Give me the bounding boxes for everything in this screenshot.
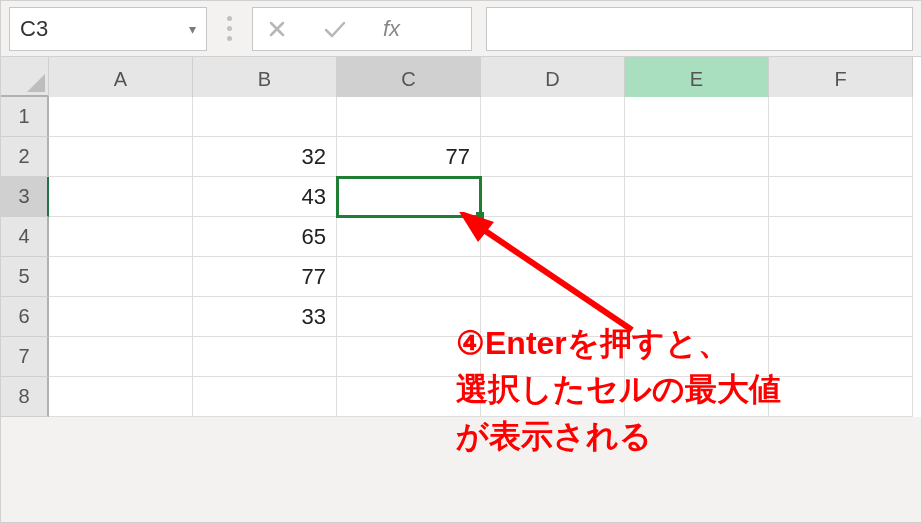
cell-d8[interactable] <box>481 377 625 417</box>
cell-a8[interactable] <box>49 377 193 417</box>
cancel-icon[interactable] <box>267 19 287 39</box>
cell-c4[interactable] <box>337 217 481 257</box>
cell-b6[interactable]: 33 <box>193 297 337 337</box>
cell-d5[interactable] <box>481 257 625 297</box>
cell-e3[interactable] <box>625 177 769 217</box>
cell-c5[interactable] <box>337 257 481 297</box>
cell-f7[interactable] <box>769 337 913 377</box>
cell-d3[interactable] <box>481 177 625 217</box>
cell-a5[interactable] <box>49 257 193 297</box>
cell-b4[interactable]: 65 <box>193 217 337 257</box>
select-all-corner[interactable] <box>1 57 49 97</box>
cell-f6[interactable] <box>769 297 913 337</box>
row-header-6[interactable]: 6 <box>1 297 49 337</box>
row-header-7[interactable]: 7 <box>1 337 49 377</box>
cell-a7[interactable] <box>49 337 193 377</box>
formula-bar: C3 ▾ fx <box>1 1 921 57</box>
formula-bar-controls: fx <box>252 7 472 51</box>
cell-b5[interactable]: 77 <box>193 257 337 297</box>
cell-e7[interactable] <box>625 337 769 377</box>
name-box-dropdown-icon[interactable]: ▾ <box>189 21 196 37</box>
cell-b7[interactable] <box>193 337 337 377</box>
cell-e5[interactable] <box>625 257 769 297</box>
cell-b8[interactable] <box>193 377 337 417</box>
spreadsheet-grid[interactable]: ABCDEF12327734346557763378 <box>1 57 921 417</box>
row-header-4[interactable]: 4 <box>1 217 49 257</box>
cell-e8[interactable] <box>625 377 769 417</box>
cell-f2[interactable] <box>769 137 913 177</box>
cell-b2[interactable]: 32 <box>193 137 337 177</box>
cell-a6[interactable] <box>49 297 193 337</box>
row-header-1[interactable]: 1 <box>1 97 49 137</box>
cell-a3[interactable] <box>49 177 193 217</box>
cell-b1[interactable] <box>193 97 337 137</box>
cell-a2[interactable] <box>49 137 193 177</box>
cell-e4[interactable] <box>625 217 769 257</box>
cell-f4[interactable] <box>769 217 913 257</box>
cell-c2[interactable]: 77 <box>337 137 481 177</box>
cell-c1[interactable] <box>337 97 481 137</box>
cell-c3[interactable] <box>337 177 481 217</box>
cell-c7[interactable] <box>337 337 481 377</box>
cell-d6[interactable] <box>481 297 625 337</box>
cell-e1[interactable] <box>625 97 769 137</box>
fx-icon[interactable]: fx <box>383 16 400 42</box>
cell-c6[interactable] <box>337 297 481 337</box>
row-header-3[interactable]: 3 <box>1 177 49 217</box>
enter-icon[interactable] <box>323 19 347 39</box>
cell-d7[interactable] <box>481 337 625 377</box>
name-box[interactable]: C3 ▾ <box>9 7 207 51</box>
cell-d2[interactable] <box>481 137 625 177</box>
cell-f1[interactable] <box>769 97 913 137</box>
annotation-line-3: が表示される <box>456 413 781 459</box>
name-box-value: C3 <box>20 16 48 42</box>
row-header-2[interactable]: 2 <box>1 137 49 177</box>
cell-b3[interactable]: 43 <box>193 177 337 217</box>
cell-a1[interactable] <box>49 97 193 137</box>
cell-f5[interactable] <box>769 257 913 297</box>
cell-e2[interactable] <box>625 137 769 177</box>
separator-dots <box>221 16 238 41</box>
cell-f8[interactable] <box>769 377 913 417</box>
row-header-8[interactable]: 8 <box>1 377 49 417</box>
formula-input[interactable] <box>486 7 913 51</box>
cell-c8[interactable] <box>337 377 481 417</box>
row-header-5[interactable]: 5 <box>1 257 49 297</box>
cell-f3[interactable] <box>769 177 913 217</box>
cell-d1[interactable] <box>481 97 625 137</box>
cell-e6[interactable] <box>625 297 769 337</box>
cell-d4[interactable] <box>481 217 625 257</box>
cell-a4[interactable] <box>49 217 193 257</box>
